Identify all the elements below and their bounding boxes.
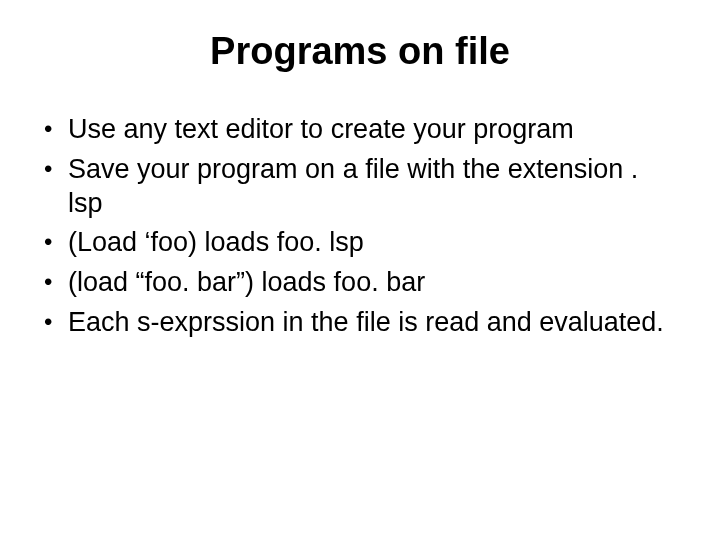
list-item: (Load ‘foo) loads foo. lsp: [40, 226, 680, 260]
list-item: Use any text editor to create your progr…: [40, 113, 680, 147]
bullet-list: Use any text editor to create your progr…: [40, 113, 680, 340]
list-item: (load “foo. bar”) loads foo. bar: [40, 266, 680, 300]
list-item: Each s-exprssion in the file is read and…: [40, 306, 680, 340]
slide: Programs on file Use any text editor to …: [0, 0, 720, 540]
slide-title: Programs on file: [40, 30, 680, 73]
slide-body: Use any text editor to create your progr…: [40, 113, 680, 340]
list-item: Save your program on a file with the ext…: [40, 153, 680, 221]
